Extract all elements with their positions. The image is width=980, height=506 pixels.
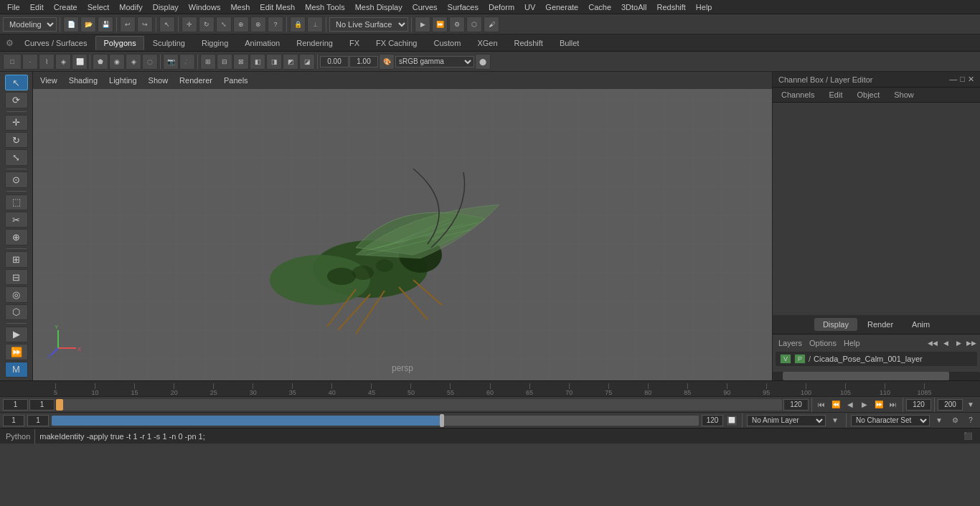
- tabs-gear-icon[interactable]: ⚙: [3, 37, 16, 50]
- drt-display[interactable]: Display: [814, 318, 857, 331]
- anim-val1[interactable]: [3, 415, 24, 426]
- tab-polygons[interactable]: Polygons: [95, 36, 143, 50]
- lasso-tool[interactable]: ⟳: [5, 92, 28, 108]
- vp-menu-shading[interactable]: Shading: [66, 75, 100, 86]
- layer-row[interactable]: V P / Cicada_Pose_Calm_001_layer: [776, 352, 977, 366]
- menu-edit-mesh[interactable]: Edit Mesh: [255, 1, 299, 13]
- playblast-tool[interactable]: ⏩: [5, 344, 28, 360]
- play-fwd-btn[interactable]: ▶: [858, 398, 871, 411]
- marquee-tool[interactable]: ⬚: [5, 195, 28, 210]
- tab-fx-caching[interactable]: FX Caching: [368, 36, 425, 50]
- workspace-dropdown[interactable]: Modeling: [3, 17, 57, 32]
- channel-box-minimize[interactable]: —: [949, 75, 957, 84]
- vp-menu-lighting[interactable]: Lighting: [106, 75, 140, 86]
- menu-uv[interactable]: UV: [520, 1, 540, 13]
- render-icon-tool[interactable]: ▶: [5, 327, 28, 342]
- cam2-btn[interactable]: 🎥: [179, 54, 195, 70]
- viewport[interactable]: View Shading Lighting Show Renderer Pane…: [33, 72, 772, 380]
- icon-e[interactable]: ◨: [266, 54, 282, 70]
- no-char-set-dropdown[interactable]: No Character Set: [851, 415, 930, 426]
- hypershade-btn[interactable]: ⬡: [466, 17, 482, 32]
- menu-3dtoall[interactable]: 3DtoAll: [617, 1, 651, 13]
- tab-animation[interactable]: Animation: [237, 36, 288, 50]
- paint-btn[interactable]: 🖌: [484, 17, 499, 32]
- layer-playback[interactable]: P: [794, 354, 806, 364]
- maya-logo[interactable]: M: [5, 362, 28, 378]
- layers-menu-options[interactable]: Options: [806, 338, 839, 348]
- tab-sculpting[interactable]: Sculpting: [145, 36, 193, 50]
- menu-mesh-tools[interactable]: Mesh Tools: [301, 1, 349, 13]
- anim-slider-thumb[interactable]: [440, 414, 444, 427]
- layers-next2-btn[interactable]: ▶▶: [966, 337, 977, 349]
- drt-anim[interactable]: Anim: [903, 318, 938, 331]
- anim-layer-arrow[interactable]: ▼: [829, 414, 842, 427]
- cam-btn[interactable]: 📷: [163, 54, 179, 70]
- save-file-btn[interactable]: 💾: [98, 17, 113, 32]
- soft-select-tool[interactable]: ⊙: [5, 172, 28, 187]
- layers-menu-layers[interactable]: Layers: [776, 338, 805, 348]
- no-anim-layer-dropdown[interactable]: No Anim Layer: [747, 415, 826, 426]
- cb-tab-channels[interactable]: Channels: [776, 89, 820, 100]
- tab-xgen[interactable]: XGen: [469, 36, 505, 50]
- range-start-input[interactable]: [29, 399, 55, 411]
- color-mgmt-btn[interactable]: ⬤: [475, 54, 491, 70]
- cb-tab-edit[interactable]: Edit: [823, 89, 848, 100]
- go-start-btn[interactable]: ⏮: [815, 398, 828, 411]
- anim-slider[interactable]: [52, 416, 699, 426]
- paint-tool[interactable]: ⊟: [5, 269, 28, 285]
- menu-edit[interactable]: Edit: [26, 1, 48, 13]
- vp-menu-view[interactable]: View: [37, 75, 60, 86]
- channel-box-maximize[interactable]: □: [960, 75, 965, 84]
- cb-tab-object[interactable]: Object: [851, 89, 885, 100]
- vp-menu-show[interactable]: Show: [146, 75, 171, 86]
- menu-mesh[interactable]: Mesh: [226, 1, 254, 13]
- undo-btn[interactable]: ↩: [120, 17, 136, 32]
- vp-menu-renderer[interactable]: Renderer: [176, 75, 215, 86]
- tab-custom[interactable]: Custom: [426, 36, 469, 50]
- face-btn[interactable]: ◈: [55, 54, 71, 70]
- color-space-select[interactable]: sRGB gamma: [395, 56, 474, 67]
- pb-arrow-down[interactable]: ▼: [964, 398, 977, 411]
- edge-btn[interactable]: ⌇: [39, 54, 55, 70]
- display-btn[interactable]: ◈: [126, 54, 141, 70]
- vertex-btn[interactable]: ·: [22, 54, 38, 70]
- menu-generate[interactable]: Generate: [541, 1, 583, 13]
- drt-render[interactable]: Render: [859, 318, 902, 331]
- char-set-help[interactable]: ?: [964, 414, 977, 427]
- region-tool[interactable]: ⊞: [5, 251, 28, 267]
- layers-next-btn[interactable]: ▶: [953, 337, 964, 349]
- menu-mesh-display[interactable]: Mesh Display: [351, 1, 407, 13]
- menu-file[interactable]: File: [3, 1, 24, 13]
- select-tool[interactable]: ↖: [5, 75, 28, 90]
- redo-btn[interactable]: ↪: [137, 17, 153, 32]
- object-mode-btn[interactable]: □: [3, 54, 22, 70]
- menu-create[interactable]: Create: [50, 1, 82, 13]
- snap-icon[interactable]: ⟂: [307, 17, 323, 32]
- cam-offset-y[interactable]: [349, 56, 378, 67]
- layers-menu-help[interactable]: Help: [841, 338, 863, 348]
- play-back-btn[interactable]: ◀: [844, 398, 857, 411]
- render-seq-btn[interactable]: ⏩: [432, 17, 448, 32]
- max-frame-input[interactable]: [938, 399, 963, 411]
- rotate-tool[interactable]: ↻: [5, 132, 28, 148]
- tab-rendering[interactable]: Rendering: [288, 36, 341, 50]
- show-manip[interactable]: ⊕: [5, 229, 28, 245]
- smooth-btn[interactable]: ◉: [109, 54, 125, 70]
- anim-val3[interactable]: [702, 415, 723, 426]
- move-btn[interactable]: ✛: [182, 17, 197, 32]
- icon-d[interactable]: ◧: [250, 54, 265, 70]
- snap-lock-btn[interactable]: 🔒: [290, 17, 306, 32]
- go-end-btn[interactable]: ⏭: [887, 398, 900, 411]
- rivet-tool[interactable]: ◎: [5, 286, 28, 302]
- char-set-arrow[interactable]: ▼: [933, 414, 946, 427]
- cb-tab-show[interactable]: Show: [888, 89, 920, 100]
- tab-fx[interactable]: FX: [341, 36, 367, 50]
- uvmap-btn[interactable]: ⬜: [72, 54, 88, 70]
- soft-mod-btn[interactable]: ⊗: [250, 17, 266, 32]
- icon-c[interactable]: ⊠: [233, 54, 249, 70]
- timeline-area[interactable]: 5 10 15 20 25 30 35 40: [0, 380, 980, 396]
- open-file-btn[interactable]: 📂: [80, 17, 96, 32]
- layers-prev-btn[interactable]: ◀◀: [927, 337, 938, 349]
- menu-windows[interactable]: Windows: [184, 1, 225, 13]
- show-man-btn[interactable]: ?: [268, 17, 283, 32]
